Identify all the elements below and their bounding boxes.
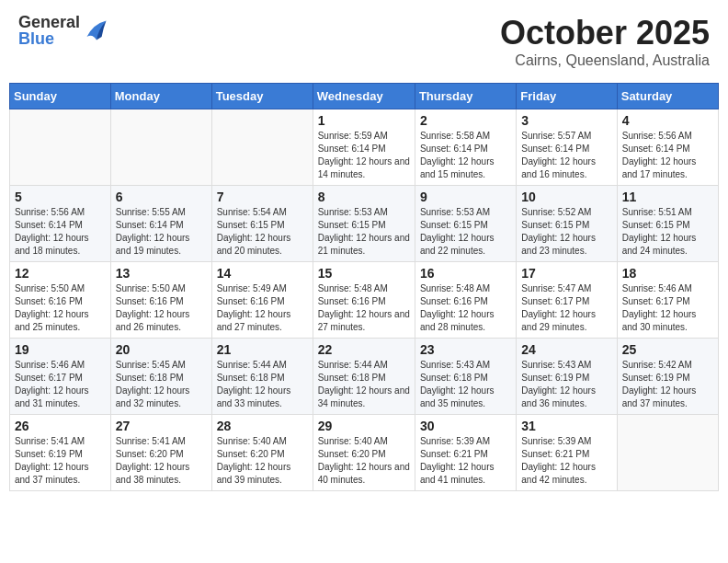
weekday-header-tuesday: Tuesday [211, 84, 313, 109]
calendar-cell: 28Sunrise: 5:40 AM Sunset: 6:20 PM Dayli… [211, 415, 313, 491]
day-number: 15 [318, 266, 410, 281]
calendar-cell [10, 109, 111, 186]
calendar-table: SundayMondayTuesdayWednesdayThursdayFrid… [9, 83, 719, 491]
day-number: 9 [420, 190, 511, 204]
day-info: Sunrise: 5:50 AM Sunset: 6:16 PM Dayligh… [116, 282, 207, 334]
day-number: 4 [622, 113, 713, 128]
weekday-header-wednesday: Wednesday [313, 84, 415, 109]
day-number: 8 [318, 190, 410, 204]
day-number: 30 [420, 419, 511, 433]
calendar-cell: 12Sunrise: 5:50 AM Sunset: 6:16 PM Dayli… [10, 262, 111, 339]
day-number: 27 [116, 419, 207, 433]
day-number: 29 [318, 419, 410, 433]
calendar-week-row: 12Sunrise: 5:50 AM Sunset: 6:16 PM Dayli… [10, 262, 719, 339]
calendar-cell: 5Sunrise: 5:56 AM Sunset: 6:14 PM Daylig… [10, 186, 111, 262]
logo-blue: Blue [18, 30, 80, 47]
day-info: Sunrise: 5:47 AM Sunset: 6:17 PM Dayligh… [521, 282, 611, 334]
calendar-cell: 27Sunrise: 5:41 AM Sunset: 6:20 PM Dayli… [110, 415, 211, 491]
day-info: Sunrise: 5:41 AM Sunset: 6:19 PM Dayligh… [15, 435, 106, 487]
calendar-cell: 31Sunrise: 5:39 AM Sunset: 6:21 PM Dayli… [517, 415, 617, 491]
calendar-cell: 10Sunrise: 5:52 AM Sunset: 6:15 PM Dayli… [517, 186, 617, 262]
day-number: 7 [217, 190, 308, 204]
day-info: Sunrise: 5:50 AM Sunset: 6:16 PM Dayligh… [15, 282, 106, 334]
weekday-header-monday: Monday [110, 84, 211, 109]
calendar-cell [617, 415, 718, 491]
day-info: Sunrise: 5:40 AM Sunset: 6:20 PM Dayligh… [318, 435, 410, 487]
day-number: 25 [622, 342, 713, 357]
calendar-cell: 2Sunrise: 5:58 AM Sunset: 6:14 PM Daylig… [415, 109, 516, 186]
calendar-cell: 11Sunrise: 5:51 AM Sunset: 6:15 PM Dayli… [617, 186, 718, 262]
day-number: 18 [622, 266, 713, 281]
weekday-header-thursday: Thursday [415, 84, 516, 109]
day-number: 1 [318, 113, 410, 128]
day-info: Sunrise: 5:59 AM Sunset: 6:14 PM Dayligh… [318, 130, 410, 181]
calendar-cell: 8Sunrise: 5:53 AM Sunset: 6:15 PM Daylig… [313, 186, 415, 262]
weekday-header-saturday: Saturday [617, 84, 718, 109]
day-info: Sunrise: 5:48 AM Sunset: 6:16 PM Dayligh… [420, 282, 511, 334]
calendar-cell: 22Sunrise: 5:44 AM Sunset: 6:18 PM Dayli… [313, 339, 415, 415]
weekday-header-friday: Friday [517, 84, 617, 109]
calendar-header: SundayMondayTuesdayWednesdayThursdayFrid… [10, 84, 719, 109]
day-info: Sunrise: 5:40 AM Sunset: 6:20 PM Dayligh… [217, 435, 308, 487]
calendar-cell: 20Sunrise: 5:45 AM Sunset: 6:18 PM Dayli… [110, 339, 211, 415]
day-info: Sunrise: 5:54 AM Sunset: 6:15 PM Dayligh… [217, 206, 308, 258]
day-info: Sunrise: 5:44 AM Sunset: 6:18 PM Dayligh… [217, 359, 308, 410]
day-number: 23 [420, 342, 511, 357]
day-info: Sunrise: 5:55 AM Sunset: 6:14 PM Dayligh… [116, 206, 207, 258]
calendar-week-row: 26Sunrise: 5:41 AM Sunset: 6:19 PM Dayli… [10, 415, 719, 491]
day-number: 6 [116, 190, 207, 204]
calendar-body: 1Sunrise: 5:59 AM Sunset: 6:14 PM Daylig… [10, 109, 719, 491]
day-number: 2 [420, 113, 511, 128]
calendar-week-row: 1Sunrise: 5:59 AM Sunset: 6:14 PM Daylig… [10, 109, 719, 186]
day-number: 22 [318, 342, 410, 357]
calendar-cell: 4Sunrise: 5:56 AM Sunset: 6:14 PM Daylig… [617, 109, 718, 186]
day-info: Sunrise: 5:46 AM Sunset: 6:17 PM Dayligh… [15, 359, 106, 410]
calendar-cell: 25Sunrise: 5:42 AM Sunset: 6:19 PM Dayli… [617, 339, 718, 415]
day-info: Sunrise: 5:57 AM Sunset: 6:14 PM Dayligh… [521, 130, 611, 181]
day-number: 11 [622, 190, 713, 204]
day-number: 5 [15, 190, 106, 204]
day-number: 20 [116, 342, 207, 357]
month-title: October 2025 [500, 14, 710, 52]
day-info: Sunrise: 5:44 AM Sunset: 6:18 PM Dayligh… [318, 359, 410, 410]
day-info: Sunrise: 5:45 AM Sunset: 6:18 PM Dayligh… [116, 359, 207, 410]
day-number: 21 [217, 342, 308, 357]
day-info: Sunrise: 5:43 AM Sunset: 6:18 PM Dayligh… [420, 359, 511, 410]
calendar-cell: 18Sunrise: 5:46 AM Sunset: 6:17 PM Dayli… [617, 262, 718, 339]
day-number: 10 [521, 190, 611, 204]
day-info: Sunrise: 5:53 AM Sunset: 6:15 PM Dayligh… [420, 206, 511, 258]
day-number: 13 [116, 266, 207, 281]
day-info: Sunrise: 5:53 AM Sunset: 6:15 PM Dayligh… [318, 206, 410, 258]
day-number: 19 [15, 342, 106, 357]
day-number: 17 [521, 266, 611, 281]
calendar-cell: 17Sunrise: 5:47 AM Sunset: 6:17 PM Dayli… [517, 262, 617, 339]
page-header: General Blue October 2025 Cairns, Queens… [9, 9, 719, 74]
day-info: Sunrise: 5:51 AM Sunset: 6:15 PM Dayligh… [622, 206, 713, 258]
calendar-cell: 24Sunrise: 5:43 AM Sunset: 6:19 PM Dayli… [517, 339, 617, 415]
calendar-cell: 16Sunrise: 5:48 AM Sunset: 6:16 PM Dayli… [415, 262, 516, 339]
calendar-cell: 6Sunrise: 5:55 AM Sunset: 6:14 PM Daylig… [110, 186, 211, 262]
day-info: Sunrise: 5:49 AM Sunset: 6:16 PM Dayligh… [217, 282, 308, 334]
day-number: 26 [15, 419, 106, 433]
logo-text: General Blue [18, 14, 80, 47]
location: Cairns, Queensland, Australia [500, 52, 710, 69]
calendar-cell: 30Sunrise: 5:39 AM Sunset: 6:21 PM Dayli… [415, 415, 516, 491]
calendar-cell: 14Sunrise: 5:49 AM Sunset: 6:16 PM Dayli… [211, 262, 313, 339]
logo: General Blue [18, 14, 109, 47]
day-info: Sunrise: 5:56 AM Sunset: 6:14 PM Dayligh… [622, 130, 713, 181]
day-number: 28 [217, 419, 308, 433]
title-section: October 2025 Cairns, Queensland, Austral… [500, 14, 710, 69]
calendar-cell: 21Sunrise: 5:44 AM Sunset: 6:18 PM Dayli… [211, 339, 313, 415]
calendar-cell: 29Sunrise: 5:40 AM Sunset: 6:20 PM Dayli… [313, 415, 415, 491]
calendar-cell: 1Sunrise: 5:59 AM Sunset: 6:14 PM Daylig… [313, 109, 415, 186]
day-number: 31 [521, 419, 611, 433]
calendar-cell: 23Sunrise: 5:43 AM Sunset: 6:18 PM Dayli… [415, 339, 516, 415]
day-info: Sunrise: 5:41 AM Sunset: 6:20 PM Dayligh… [116, 435, 207, 487]
day-number: 24 [521, 342, 611, 357]
day-info: Sunrise: 5:39 AM Sunset: 6:21 PM Dayligh… [420, 435, 511, 487]
day-number: 16 [420, 266, 511, 281]
day-info: Sunrise: 5:39 AM Sunset: 6:21 PM Dayligh… [521, 435, 611, 487]
day-info: Sunrise: 5:43 AM Sunset: 6:19 PM Dayligh… [521, 359, 611, 410]
calendar-cell: 19Sunrise: 5:46 AM Sunset: 6:17 PM Dayli… [10, 339, 111, 415]
day-info: Sunrise: 5:48 AM Sunset: 6:16 PM Dayligh… [318, 282, 410, 334]
